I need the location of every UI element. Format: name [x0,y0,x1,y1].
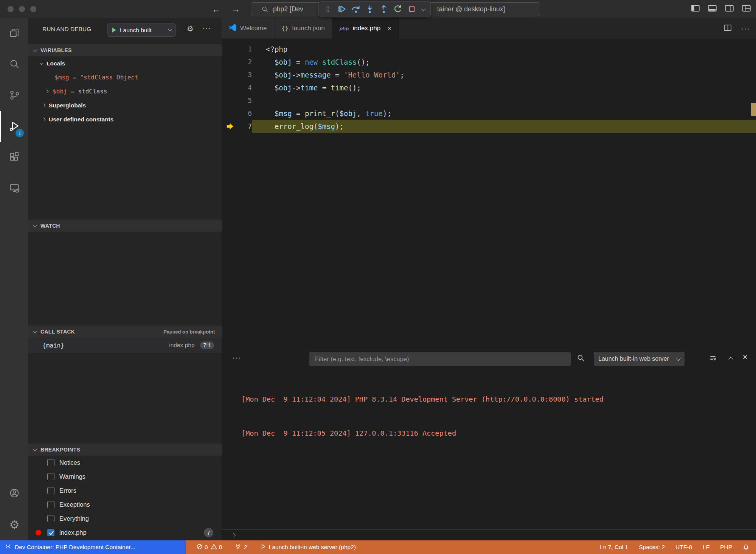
status-indentation[interactable]: Spaces: 2 [639,544,665,551]
breakpoint-option-notices[interactable]: Notices [28,456,222,470]
status-encoding[interactable]: UTF-8 [675,544,692,551]
warning-count: 0 [219,544,222,551]
breakpoint-file-index-php[interactable]: index.php 7 [28,526,222,540]
line-number[interactable]: 4 [238,81,252,94]
code-editor[interactable]: 1<?php2 $obj = new stdClass();3 $obj->me… [222,39,756,349]
code-line[interactable]: 5 [222,94,756,107]
code-line-current[interactable]: 7 error_log($msg); [222,120,756,133]
toggle-secondary-sidebar-button[interactable] [725,5,734,13]
status-line-col[interactable]: Ln 7, Col 1 [600,544,628,551]
activity-extensions[interactable] [0,142,28,173]
call-stack-frame-row[interactable]: {main} index.php 7:1 [28,338,222,353]
breakpoint-gutter[interactable] [222,94,238,107]
status-ports[interactable]: 2 [235,543,247,551]
breakpoint-gutter[interactable] [222,107,238,120]
breakpoint-option-everything[interactable]: Everything [28,512,222,526]
breakpoint-option-exceptions[interactable]: Exceptions [28,498,222,512]
console-filter-input[interactable] [309,352,571,366]
call-stack-section-header[interactable]: CALL STACK Paused on breakpoint [28,326,222,338]
remote-indicator[interactable]: Dev Container: PHP Development Container… [0,540,186,554]
tab-launch-json[interactable]: {} launch.json [275,18,332,39]
continue-button[interactable] [336,3,348,16]
toggle-panel-button[interactable] [708,5,717,13]
code-line[interactable]: 6 $msg = print_r($obj, true); [222,107,756,120]
editor-more-actions-icon[interactable]: ··· [741,24,750,33]
line-number[interactable]: 6 [238,107,252,120]
activity-search[interactable] [0,49,28,80]
code-line[interactable]: 3 $obj->message = 'Hello World'; [222,68,756,81]
checkbox-checked[interactable] [47,529,54,536]
line-number[interactable]: 5 [238,94,252,107]
restart-button[interactable] [392,3,404,16]
debug-session-dropdown[interactable]: Launch built-in web server [594,352,685,366]
tab-index-php[interactable]: php index.php × [332,18,399,39]
code-token: = [331,71,344,79]
step-into-button[interactable] [364,3,376,16]
debug-gear-icon[interactable]: ⚙ [187,25,194,33]
code-line[interactable]: 2 $obj = new stdClass(); [222,56,756,68]
step-out-button[interactable] [378,3,390,16]
vscode-window: ← → php2 [Dev tainer @ desktop-linux] [0,0,756,554]
notifications-bell-icon[interactable] [743,544,749,551]
code-line[interactable]: 1<?php [222,43,756,56]
activity-settings[interactable]: ⚙ [0,509,28,540]
line-number[interactable]: 7 [238,120,252,133]
panel-more-actions-icon[interactable]: ··· [232,353,241,362]
debug-stackframe-arrow-icon[interactable] [222,120,238,133]
activity-run-debug[interactable]: 1 [0,111,28,142]
sidebar-more-actions-icon[interactable]: ··· [202,23,211,33]
line-number[interactable]: 3 [238,68,252,81]
minimize-window-button[interactable] [19,6,25,12]
status-problems[interactable]: 0 0 [196,543,222,551]
variables-group-user-defined-constants[interactable]: User defined constants [28,112,222,126]
status-eol[interactable]: LF [703,544,709,551]
breakpoint-gutter[interactable] [222,56,238,68]
checkbox-unchecked[interactable] [47,487,54,494]
variable-row-msg[interactable]: $msg = "stdClass Object [28,70,222,84]
breakpoints-section-header[interactable]: BREAKPOINTS [28,444,222,456]
split-editor-icon[interactable] [724,24,732,33]
call-stack-header-label: CALL STACK [40,329,75,335]
status-debug-session[interactable]: Launch built-in web server (php2) [260,543,356,551]
variables-group-superglobals[interactable]: Superglobals [28,98,222,112]
checkbox-unchecked[interactable] [47,501,54,508]
forward-button[interactable]: → [231,4,240,14]
zoom-window-button[interactable] [30,6,36,12]
customize-layout-button[interactable] [742,5,751,13]
line-number[interactable]: 1 [238,43,252,56]
breakpoint-option-warnings[interactable]: Warnings [28,470,222,484]
activity-explorer[interactable] [0,18,28,49]
breakpoint-gutter[interactable] [222,81,238,94]
checkbox-unchecked[interactable] [47,515,54,522]
tab-label: Welcome [240,25,267,32]
checkbox-unchecked[interactable] [47,473,54,480]
variables-section-header[interactable]: VARIABLES [28,44,222,56]
breakpoint-gutter[interactable] [222,68,238,81]
stop-button[interactable] [406,3,418,16]
activity-accounts[interactable] [0,478,28,509]
code-line[interactable]: 4 $obj->time = time(); [222,81,756,94]
variable-row-obj[interactable]: $obj = stdClass [28,84,222,98]
breakpoint-option-errors[interactable]: Errors [28,484,222,498]
clear-console-icon[interactable] [709,355,717,363]
variables-scope-locals[interactable]: Locals [28,56,222,70]
activity-source-control[interactable] [0,80,28,111]
tab-welcome[interactable]: Welcome [222,18,275,39]
toggle-primary-sidebar-button[interactable] [691,5,700,13]
checkbox-unchecked[interactable] [47,459,54,466]
watch-section-header[interactable]: WATCH [28,220,222,232]
close-panel-icon[interactable]: × [743,353,748,362]
drag-grip-icon[interactable] [322,3,334,16]
activity-remote-explorer[interactable] [0,173,28,204]
step-over-button[interactable] [350,3,362,16]
maximize-panel-icon[interactable] [729,355,733,362]
close-window-button[interactable] [8,6,14,12]
debug-toolbar-chevron-icon[interactable] [420,3,427,16]
back-button[interactable]: ← [212,4,220,14]
breakpoint-gutter[interactable] [222,43,238,56]
launch-config-button[interactable]: Launch built [107,23,176,37]
line-number[interactable]: 2 [238,56,252,68]
debug-console-input[interactable] [222,529,756,540]
status-language[interactable]: PHP [720,544,732,551]
close-tab-icon[interactable]: × [387,25,392,32]
